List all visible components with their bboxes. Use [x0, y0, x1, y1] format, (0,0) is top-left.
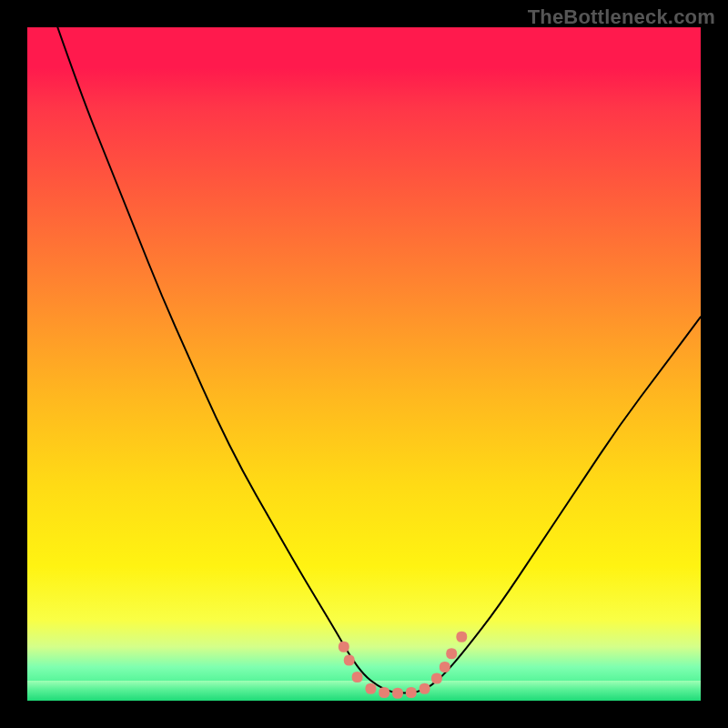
chart-frame: TheBottleneck.com	[0, 0, 728, 728]
watermark-text: TheBottleneck.com	[528, 5, 715, 29]
plot-area	[27, 27, 701, 701]
curve-canvas	[27, 27, 701, 701]
